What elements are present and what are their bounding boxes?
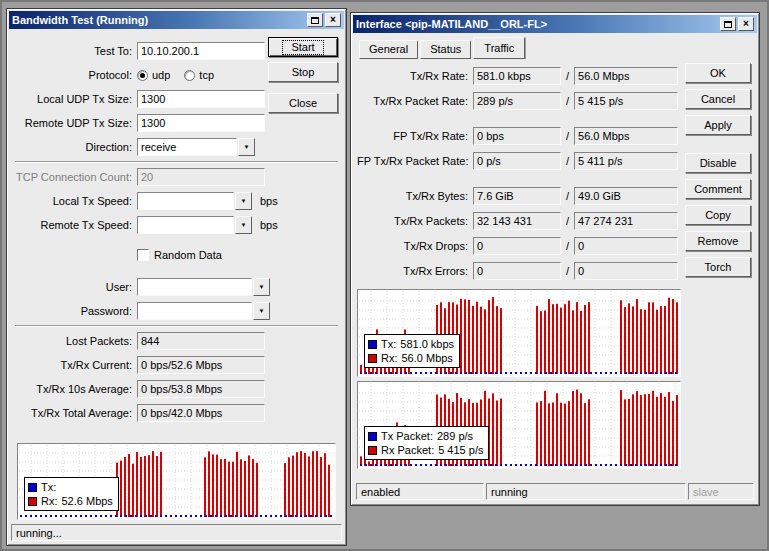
torch-button[interactable]: Torch (685, 257, 751, 277)
rate-rx-field: 56.0 Mbps (574, 67, 678, 85)
txrx-10s-avg-row: Tx/Rx 10s Average: 0 bps/53.8 Mbps (9, 377, 344, 401)
local-tx-speed-dropdown-button[interactable]: ▼ (235, 192, 252, 210)
tab-general[interactable]: General (359, 40, 418, 59)
protocol-label: Protocol: (11, 69, 137, 81)
remove-button[interactable]: Remove (685, 231, 751, 251)
interface-buttons: OK Cancel Apply Disable Comment Copy Rem… (683, 59, 757, 483)
random-data-checkbox[interactable] (137, 249, 149, 261)
traffic-rate-chart: Tx: 581.0 kbps Rx: 56.0 Mbps (357, 289, 681, 377)
bytes-rx-field: 49.0 GiB (574, 187, 678, 205)
direction-input[interactable] (137, 138, 237, 156)
rx-swatch-icon (368, 446, 377, 455)
maximize-icon (311, 17, 319, 24)
interface-tabs: General Status Traffic (353, 33, 757, 59)
status-running: running (486, 483, 686, 500)
close-button[interactable]: × (738, 17, 754, 31)
tx-swatch-icon (28, 483, 37, 492)
legend-tx-row: Tx: 581.0 kbps (368, 337, 454, 351)
local-tx-speed-input[interactable] (137, 192, 234, 210)
remote-tx-speed-input[interactable] (137, 216, 234, 234)
packets-rx-field: 47 274 231 (574, 212, 678, 230)
rate-tx-field: 581.0 kbps (473, 67, 561, 85)
stop-button[interactable]: Stop (268, 62, 338, 82)
maximize-button[interactable] (307, 13, 323, 27)
start-button-label: Start (282, 40, 323, 55)
password-dropdown-button[interactable]: ▼ (253, 302, 270, 320)
cancel-button[interactable]: Cancel (685, 89, 751, 109)
local-udp-tx-size-input[interactable] (137, 90, 265, 108)
test-to-input[interactable] (137, 42, 265, 60)
user-dropdown-button[interactable]: ▼ (253, 278, 270, 296)
slash-separator: / (566, 190, 569, 202)
legend-rx-row: Rx Packet: 5 415 p/s (368, 443, 483, 457)
slash-separator: / (566, 130, 569, 142)
local-tx-speed-unit: bps (260, 195, 278, 207)
fp-rate-row: FP Tx/Rx Rate: 0 bps / 56.0 Mbps (353, 123, 683, 148)
direction-label: Direction: (11, 141, 137, 153)
packet-rate-tx-field: 289 p/s (473, 92, 561, 110)
close-window-button[interactable]: Close (268, 93, 338, 113)
bytes-tx-field: 7.6 GiB (473, 187, 561, 205)
comment-button[interactable]: Comment (685, 179, 751, 199)
bandwidth-test-statusbar: running... (11, 524, 342, 541)
password-input[interactable] (137, 302, 252, 320)
legend-rx-row: Rx: 56.0 Mbps (368, 351, 454, 365)
status-text: running... (16, 527, 62, 539)
test-to-label: Test To: (11, 45, 137, 57)
protocol-tcp-radio[interactable] (184, 70, 195, 81)
legend-rx-value: 52.6 Mbps (62, 495, 113, 507)
txrx-10s-avg-label: Tx/Rx 10s Average: (11, 383, 137, 395)
lost-packets-row: Lost Packets: 844 (9, 329, 344, 353)
fp-rate-label: FP Tx/Rx Rate: (357, 130, 473, 142)
close-icon: × (743, 19, 749, 29)
bandwidth-test-titlebar[interactable]: Bandwidth Test (Running) × (9, 11, 344, 29)
tcp-connection-count-label: TCP Connection Count: (11, 171, 137, 183)
section-divider (15, 161, 338, 163)
local-udp-tx-size-label: Local UDP Tx Size: (11, 93, 137, 105)
fp-packet-rate-tx-field: 0 p/s (473, 152, 561, 170)
user-input[interactable] (137, 278, 252, 296)
drops-rx-field: 0 (574, 237, 678, 255)
copy-button[interactable]: Copy (685, 205, 751, 225)
window-title: Interface <pip-MATILAND__ORL-FL> (356, 18, 718, 30)
window-title: Bandwidth Test (Running) (12, 14, 305, 26)
apply-button[interactable]: Apply (685, 115, 751, 135)
tab-traffic[interactable]: Traffic (473, 37, 525, 59)
tab-status[interactable]: Status (420, 40, 471, 59)
rx-swatch-icon (28, 497, 37, 506)
close-button[interactable]: × (325, 13, 341, 27)
protocol-udp-radio[interactable] (137, 70, 148, 81)
chevron-down-icon: ▼ (241, 222, 247, 228)
traffic-rate-legend: Tx: 581.0 kbps Rx: 56.0 Mbps (364, 334, 460, 368)
user-row: User: ▼ (9, 275, 344, 299)
user-label: User: (11, 281, 137, 293)
direction-dropdown-button[interactable]: ▼ (238, 138, 255, 156)
remote-tx-speed-dropdown-button[interactable]: ▼ (235, 216, 252, 234)
random-data-row: Random Data (9, 243, 344, 267)
interface-titlebar[interactable]: Interface <pip-MATILAND__ORL-FL> × (353, 15, 757, 33)
txrx-current-row: Tx/Rx Current: 0 bps/52.6 Mbps (9, 353, 344, 377)
password-label: Password: (11, 305, 137, 317)
legend-tx-label: Tx Packet: (381, 430, 433, 442)
local-tx-speed-label: Local Tx Speed: (11, 195, 137, 207)
start-button[interactable]: Start (268, 37, 338, 57)
maximize-button[interactable] (720, 17, 736, 31)
rx-swatch-icon (368, 354, 377, 363)
interface-statusbar: enabled running slave (356, 483, 754, 500)
radio-dot-icon (140, 73, 145, 78)
legend-tx-row: Tx: (28, 480, 113, 494)
legend-rx-label: Rx Packet: (381, 444, 434, 456)
protocol-udp-label: udp (152, 69, 170, 81)
tcp-connection-count-field: 20 (137, 168, 265, 186)
remote-udp-tx-size-row: Remote UDP Tx Size: (9, 111, 344, 135)
packets-row: Tx/Rx Packets: 32 143 431 / 47 274 231 (353, 208, 683, 233)
traffic-packet-chart: Tx Packet: 289 p/s Rx Packet: 5 415 p/s (357, 381, 681, 469)
remote-udp-tx-size-label: Remote UDP Tx Size: (11, 117, 137, 129)
fp-packet-rate-rx-field: 5 411 p/s (574, 152, 678, 170)
slash-separator: / (566, 265, 569, 277)
lost-packets-label: Lost Packets: (11, 335, 137, 347)
remote-udp-tx-size-input[interactable] (137, 114, 265, 132)
ok-button[interactable]: OK (685, 63, 751, 83)
disable-button[interactable]: Disable (685, 153, 751, 173)
desktop: Bandwidth Test (Running) × Test To: Prot… (0, 0, 769, 551)
